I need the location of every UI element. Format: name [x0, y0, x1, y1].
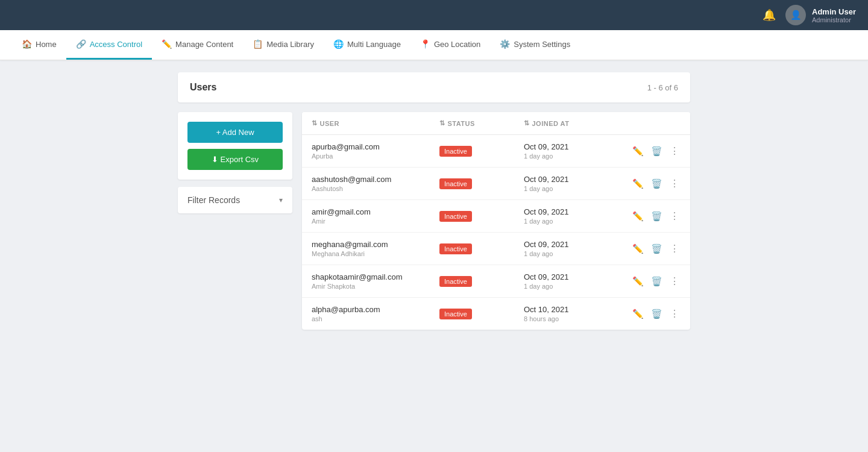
user-email: alpha@apurba.com [312, 305, 439, 314]
table-row: amir@gmail.com Amir Inactive Oct 09, 202… [302, 200, 690, 233]
more-options-button[interactable]: ⋮ [668, 307, 681, 321]
export-csv-button[interactable]: ⬇ Export Csv [187, 149, 283, 170]
row-actions: ✏️ 🗑️ ⋮ [632, 274, 681, 288]
joined-ago: 8 hours ago [524, 315, 632, 322]
joined-ago: 1 day ago [524, 283, 632, 290]
row-actions: ✏️ 🗑️ ⋮ [632, 144, 681, 158]
nav-item-system-settings[interactable]: ⚙️ System Settings [490, 30, 580, 60]
notification-bell-icon[interactable]: 🔔 [763, 8, 776, 22]
users-count: 1 - 6 of 6 [647, 83, 678, 92]
nav-label-home: Home [36, 40, 57, 49]
status-badge: Inactive [439, 178, 472, 189]
delete-button[interactable]: 🗑️ [650, 177, 664, 190]
nav-item-access-control[interactable]: 🔗 Access Control [66, 30, 152, 60]
table-row: meghana@gmail.com Meghana Adhikari Inact… [302, 233, 690, 265]
delete-button[interactable]: 🗑️ [650, 307, 664, 321]
joined-ago: 1 day ago [524, 152, 632, 160]
username-label: Admin User [812, 7, 856, 16]
more-options-button[interactable]: ⋮ [668, 209, 681, 223]
table-row: shapkotaamir@gmail.com Amir Shapkota Ina… [302, 265, 690, 298]
joined-ago: 1 day ago [524, 250, 632, 257]
user-email: apurba@gmail.com [312, 142, 439, 151]
more-options-button[interactable]: ⋮ [668, 177, 681, 190]
delete-button[interactable]: 🗑️ [650, 145, 664, 158]
delete-button[interactable]: 🗑️ [650, 242, 664, 256]
user-name: Amir [312, 218, 439, 225]
user-name: Meghana Adhikari [312, 250, 439, 257]
table-row: alpha@apurba.com ash Inactive Oct 10, 20… [302, 298, 690, 330]
user-name: Amir Shapkota [312, 283, 439, 290]
user-cell: shapkotaamir@gmail.com Amir Shapkota [312, 272, 439, 290]
more-options-button[interactable]: ⋮ [668, 144, 681, 158]
joined-date: Oct 09, 2021 [524, 207, 632, 216]
delete-button[interactable]: 🗑️ [650, 275, 664, 288]
table-header: ⇅ USER ⇅ STATUS ⇅ JOINED AT [302, 112, 690, 135]
media-library-icon: 📋 [253, 39, 263, 49]
users-table: ⇅ USER ⇅ STATUS ⇅ JOINED AT apurba@gmail… [302, 112, 690, 330]
joined-cell: Oct 09, 2021 1 day ago [524, 272, 632, 290]
status-badge: Inactive [439, 309, 472, 319]
nav-item-geo-location[interactable]: 📍 Geo Location [410, 30, 490, 60]
row-actions: ✏️ 🗑️ ⋮ [632, 177, 681, 190]
chevron-down-icon: ▾ [279, 196, 283, 204]
filter-records-panel[interactable]: Filter Records ▾ [178, 187, 292, 213]
nav-item-multi-language[interactable]: 🌐 Multi Language [324, 30, 410, 60]
status-cell: Inactive [439, 178, 524, 189]
nav-item-home[interactable]: 🏠 Home [12, 30, 66, 60]
user-email: aashutosh@gmail.com [312, 175, 439, 184]
row-actions: ✏️ 🗑️ ⋮ [632, 307, 681, 321]
sort-status-icon: ⇅ [439, 119, 445, 127]
user-cell: meghana@gmail.com Meghana Adhikari [312, 240, 439, 257]
nav-label-multi-language: Multi Language [347, 40, 401, 49]
add-new-button[interactable]: + Add New [187, 122, 283, 143]
user-menu[interactable]: 👤 Admin User Administrator [785, 5, 856, 25]
edit-button[interactable]: ✏️ [631, 145, 645, 158]
row-actions: ✏️ 🗑️ ⋮ [632, 242, 681, 256]
home-icon: 🏠 [22, 39, 32, 49]
edit-button[interactable]: ✏️ [631, 210, 645, 223]
user-info: Admin User Administrator [812, 7, 856, 24]
joined-date: Oct 09, 2021 [524, 240, 632, 249]
status-badge: Inactive [439, 276, 472, 287]
status-badge: Inactive [439, 146, 472, 157]
more-options-button[interactable]: ⋮ [668, 274, 681, 288]
col-header-joined: ⇅ JOINED AT [524, 119, 632, 127]
col-header-user: ⇅ USER [312, 119, 439, 127]
nav-label-manage-content: Manage Content [175, 40, 233, 49]
sort-user-icon: ⇅ [312, 119, 318, 127]
status-cell: Inactive [439, 210, 524, 222]
user-cell: apurba@gmail.com Apurba [312, 142, 439, 160]
nav-label-access-control: Access Control [90, 40, 142, 49]
edit-button[interactable]: ✏️ [631, 307, 645, 321]
joined-ago: 1 day ago [524, 218, 632, 225]
users-header: Users 1 - 6 of 6 [178, 72, 690, 102]
main-layout: + Add New ⬇ Export Csv Filter Records ▾ … [178, 112, 690, 330]
nav-item-manage-content[interactable]: ✏️ Manage Content [152, 30, 243, 60]
page-content: Users 1 - 6 of 6 + Add New ⬇ Export Csv … [0, 60, 868, 342]
joined-cell: Oct 09, 2021 1 day ago [524, 142, 632, 160]
geo-location-icon: 📍 [420, 39, 430, 49]
page-title: Users [190, 82, 216, 93]
joined-date: Oct 10, 2021 [524, 305, 632, 314]
navbar: 🏠 Home 🔗 Access Control ✏️ Manage Conten… [0, 30, 868, 60]
edit-button[interactable]: ✏️ [631, 242, 645, 256]
avatar: 👤 [785, 5, 806, 25]
user-cell: amir@gmail.com Amir [312, 207, 439, 225]
access-control-icon: 🔗 [76, 39, 86, 49]
edit-button[interactable]: ✏️ [631, 275, 645, 288]
nav-item-media-library[interactable]: 📋 Media Library [243, 30, 324, 60]
user-cell: aashutosh@gmail.com Aashutosh [312, 175, 439, 192]
edit-button[interactable]: ✏️ [631, 177, 645, 190]
col-header-actions [632, 119, 681, 127]
more-options-button[interactable]: ⋮ [668, 242, 681, 256]
sort-joined-icon: ⇅ [524, 119, 530, 127]
status-cell: Inactive [439, 308, 524, 319]
sidebar: + Add New ⬇ Export Csv Filter Records ▾ [178, 112, 292, 213]
status-badge: Inactive [439, 211, 472, 222]
user-name: Apurba [312, 152, 439, 160]
row-actions: ✏️ 🗑️ ⋮ [632, 209, 681, 223]
system-settings-icon: ⚙️ [500, 39, 510, 49]
table-body: apurba@gmail.com Apurba Inactive Oct 09,… [302, 135, 690, 330]
delete-button[interactable]: 🗑️ [650, 210, 664, 223]
user-email: shapkotaamir@gmail.com [312, 272, 439, 281]
